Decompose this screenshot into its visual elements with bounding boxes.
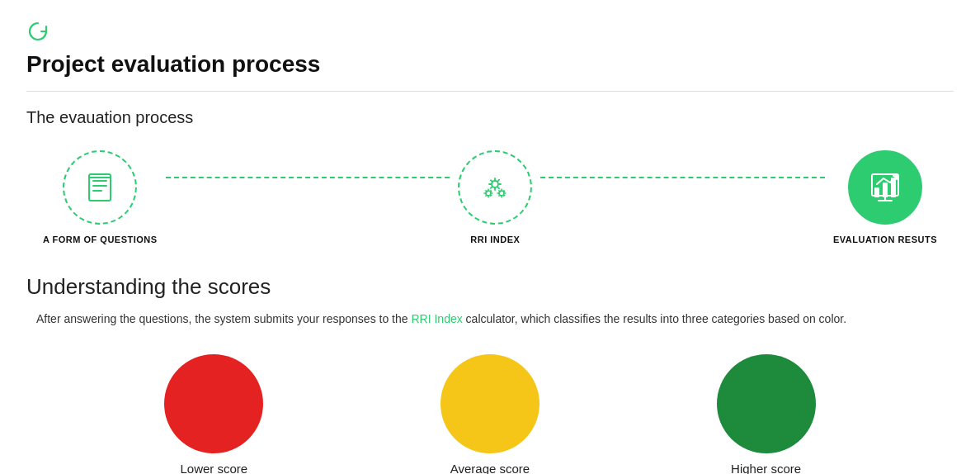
results-circle: [848, 150, 922, 225]
page-title: Project evaluation process: [26, 51, 954, 78]
process-step-results: EVALUATION RESUTS: [833, 150, 937, 244]
process-flow: A FORM OF QUESTIONS RRI INDEX: [26, 150, 954, 244]
dashed-line-1: [166, 177, 450, 178]
process-step-form: A FORM OF QUESTIONS: [43, 150, 158, 244]
lower-score-circle: [164, 354, 263, 453]
form-label: A FORM OF QUESTIONS: [43, 235, 158, 244]
dashed-line-2: [540, 177, 825, 178]
rri-circle: [458, 150, 532, 225]
evaluation-section-title: The evauation process: [26, 108, 954, 127]
rri-label: RRI INDEX: [470, 235, 520, 244]
lower-score-label: Lower score: [180, 462, 247, 474]
higher-score-circle: [717, 354, 816, 453]
results-label: EVALUATION RESUTS: [833, 235, 937, 244]
divider: [26, 91, 954, 92]
svg-point-5: [492, 181, 498, 187]
scores-description: After answering the questions, the syste…: [36, 310, 954, 328]
score-circles: Lower score 0% - 49% Average score 50% -…: [26, 354, 954, 474]
score-item-lower: Lower score 0% - 49%: [164, 354, 263, 474]
average-score-label: Average score: [450, 462, 530, 474]
scores-section-title: Understanding the scores: [26, 274, 954, 300]
header-icon: [26, 20, 954, 48]
average-score-circle: [441, 354, 539, 453]
score-item-higher: Higher score 70% - 100%: [717, 354, 816, 474]
higher-score-label: Higher score: [731, 462, 801, 474]
score-item-average: Average score 50% - 69%: [441, 354, 539, 474]
process-step-rri: RRI INDEX: [458, 150, 532, 244]
rri-index-link[interactable]: RRI Index: [411, 312, 462, 325]
form-circle: [63, 150, 137, 225]
